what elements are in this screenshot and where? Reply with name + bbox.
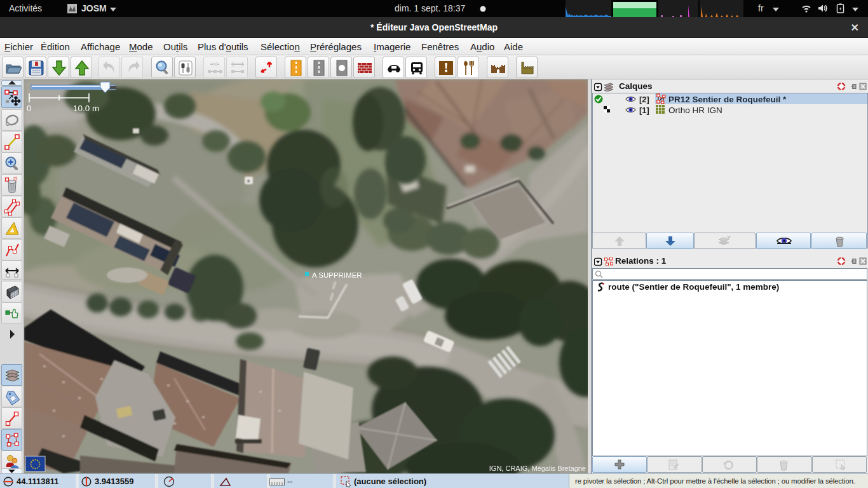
- svg-text:10.0 m: 10.0 m: [73, 104, 99, 113]
- svg-text:A SUPPRIMER: A SUPPRIMER: [312, 271, 362, 279]
- svg-text:IGN, CRAIG, Mégalis Bretagne: IGN, CRAIG, Mégalis Bretagne: [489, 464, 586, 472]
- svg-text:0: 0: [27, 104, 32, 113]
